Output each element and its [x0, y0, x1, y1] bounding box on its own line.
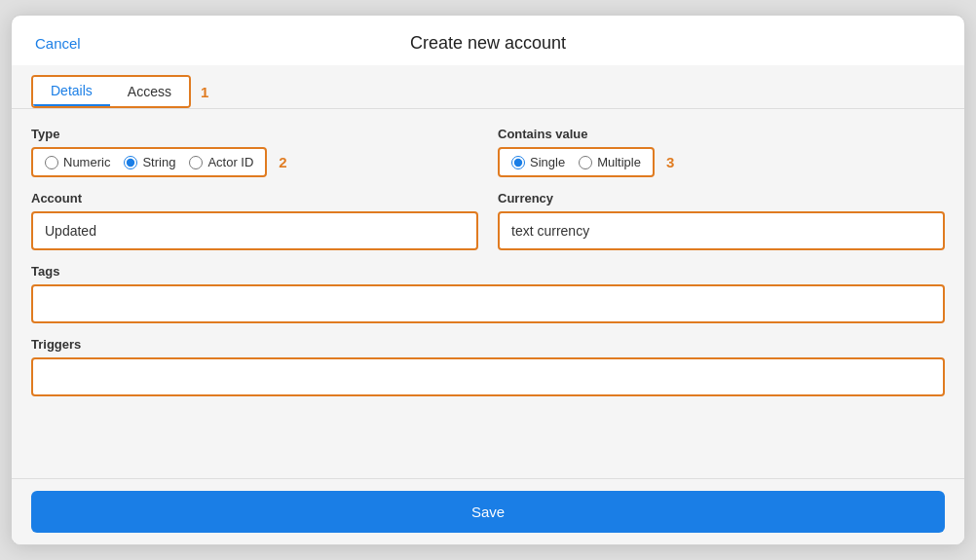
tags-input[interactable] [31, 284, 945, 323]
triggers-row: Triggers [31, 337, 945, 396]
type-col: Type Numeric String [31, 127, 478, 177]
contains-single-option[interactable]: Single [511, 155, 565, 169]
tabs-wrapper: Details Access [31, 75, 191, 108]
type-string-radio[interactable] [124, 156, 137, 169]
type-step-number: 2 [279, 154, 286, 170]
triggers-input[interactable] [31, 357, 945, 396]
tab-details[interactable]: Details [33, 77, 110, 106]
modal-header: Cancel Create new account [12, 16, 964, 65]
modal-title: Create new account [410, 33, 566, 54]
modal: Cancel Create new account Details Access… [11, 15, 965, 545]
currency-input[interactable] [498, 211, 945, 250]
triggers-label: Triggers [31, 337, 945, 352]
type-contains-row: Type Numeric String [31, 127, 945, 177]
contains-col: Contains value Single Multiple [498, 127, 945, 177]
tabs-row: Details Access 1 [12, 65, 964, 109]
type-numeric-radio[interactable] [45, 156, 58, 169]
account-currency-row: Account Currency [31, 191, 945, 250]
save-button[interactable]: Save [31, 491, 945, 533]
contains-multiple-radio[interactable] [579, 156, 592, 169]
type-actorid-radio[interactable] [189, 156, 203, 169]
tab-access[interactable]: Access [110, 77, 189, 106]
contains-step-number: 3 [666, 154, 674, 170]
account-col: Account [31, 191, 478, 250]
account-label: Account [31, 191, 478, 205]
contains-single-radio[interactable] [511, 156, 525, 169]
contains-radio-group: Single Multiple [498, 147, 655, 177]
account-input[interactable] [31, 211, 478, 250]
type-numeric-label: Numeric [63, 155, 110, 169]
modal-body: Details Access 1 Type Numeric [12, 65, 964, 478]
tags-label: Tags [31, 264, 945, 279]
contains-label: Contains value [498, 127, 945, 141]
modal-footer: Save [12, 478, 964, 544]
type-radio-row: Numeric String Actor ID 2 [31, 147, 478, 177]
tab-step-number: 1 [201, 84, 208, 100]
type-actorid-option[interactable]: Actor ID [189, 155, 253, 169]
contains-radio-row: Single Multiple 3 [498, 147, 945, 177]
type-string-option[interactable]: String [124, 155, 175, 169]
contains-multiple-label: Multiple [597, 155, 641, 169]
tags-row: Tags [31, 264, 945, 323]
type-string-label: String [142, 155, 175, 169]
type-label: Type [31, 127, 478, 141]
contains-single-label: Single [530, 155, 565, 169]
currency-label: Currency [498, 191, 945, 205]
contains-multiple-option[interactable]: Multiple [579, 155, 641, 169]
type-numeric-option[interactable]: Numeric [45, 155, 110, 169]
form-content: Type Numeric String [12, 109, 964, 478]
cancel-button[interactable]: Cancel [35, 35, 81, 52]
type-actorid-label: Actor ID [207, 155, 253, 169]
currency-col: Currency [498, 191, 945, 250]
type-radio-group: Numeric String Actor ID [31, 147, 267, 177]
